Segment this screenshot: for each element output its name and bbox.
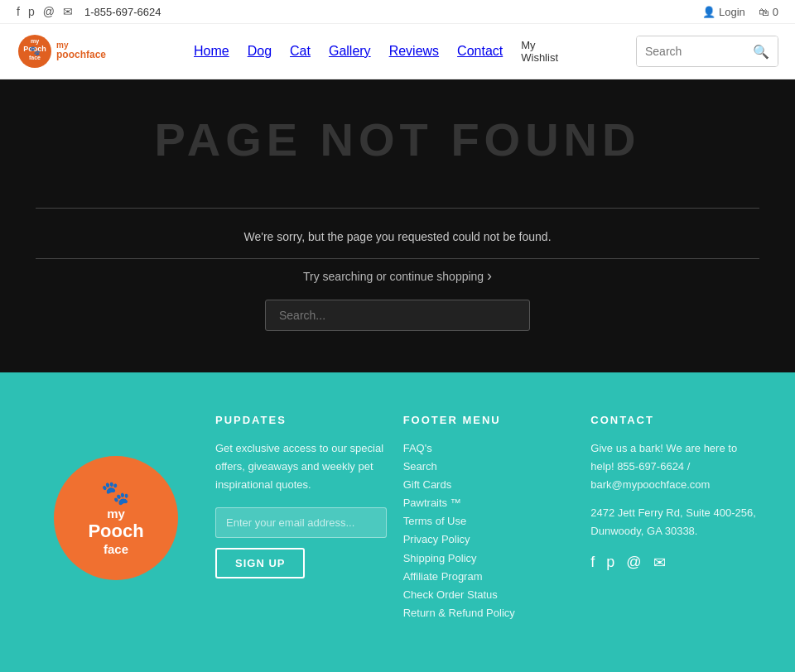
search-button[interactable]: 🔍 bbox=[744, 36, 778, 66]
email-icon[interactable]: ✉ bbox=[63, 5, 73, 18]
footer-menu-title: FOOTER MENU bbox=[403, 414, 575, 426]
site-logo[interactable]: my Pooch face 🐾 my poochface bbox=[17, 31, 116, 72]
footer-contact: CONTACT Give us a bark! We are here to h… bbox=[590, 414, 762, 622]
footer-instagram-icon[interactable]: @ bbox=[626, 554, 641, 572]
footer-pupdates: PUPDATES Get exclusive access to our spe… bbox=[215, 414, 387, 622]
footer-menu: FOOTER MENU FAQ'sSearchGift CardsPawtrai… bbox=[403, 414, 575, 622]
search-box: 🔍 bbox=[636, 36, 778, 67]
footer-logo-paw: 🐾 bbox=[88, 479, 143, 506]
footer-logo-my: my bbox=[88, 506, 143, 521]
footer-link-item[interactable]: Search bbox=[403, 458, 575, 476]
not-found-title: PAGE NOT FOUND bbox=[155, 113, 641, 166]
contact-address: 2472 Jett Ferry Rd, Suite 400-256, Dunwo… bbox=[590, 504, 762, 540]
not-found-sub: Try searching or continue shopping › bbox=[303, 267, 492, 285]
footer-link-item[interactable]: FAQ's bbox=[403, 439, 575, 458]
footer-link-item[interactable]: Shipping Policy bbox=[403, 550, 575, 568]
svg-text:poochface: poochface bbox=[56, 49, 106, 60]
nav-reviews[interactable]: Reviews bbox=[389, 44, 439, 59]
footer-links: FAQ'sSearchGift CardsPawtraits ™Terms of… bbox=[403, 439, 575, 622]
wishlist-label: MyWishlist bbox=[521, 39, 558, 64]
phone-number[interactable]: 1-855-697-6624 bbox=[84, 6, 161, 18]
nav-wishlist[interactable]: MyWishlist bbox=[521, 39, 558, 64]
footer-link-item[interactable]: Terms of Use bbox=[403, 512, 575, 530]
footer-pinterest-icon[interactable]: p bbox=[606, 554, 614, 572]
login-label: Login bbox=[719, 6, 745, 18]
footer-link-item[interactable]: Return & Refund Policy bbox=[403, 604, 575, 622]
pinterest-icon[interactable]: p bbox=[28, 5, 35, 18]
pupdates-desc: Get exclusive access to our special offe… bbox=[215, 439, 387, 494]
footer-facebook-icon[interactable]: f bbox=[590, 554, 595, 572]
footer-link-item[interactable]: Gift Cards bbox=[403, 476, 575, 494]
footer-grid: 🐾 my Pooch face PUPDATES Get exclusive a… bbox=[33, 414, 762, 622]
footer-logo-pooch: Pooch bbox=[88, 521, 143, 542]
top-bar-left: f p @ ✉ 1-855-697-6624 bbox=[17, 5, 161, 18]
nav-contact[interactable]: Contact bbox=[457, 44, 503, 59]
instagram-icon[interactable]: @ bbox=[43, 5, 55, 18]
footer-mail-icon[interactable]: ✉ bbox=[653, 554, 666, 572]
search-input-404[interactable] bbox=[265, 300, 530, 331]
social-icons: f p @ ✉ bbox=[17, 5, 73, 18]
cart-icon[interactable]: 🛍 0 bbox=[759, 6, 778, 18]
signup-button[interactable]: SIGN UP bbox=[215, 548, 305, 578]
not-found-section: PAGE NOT FOUND We're sorry, but the page… bbox=[0, 79, 795, 372]
svg-text:my: my bbox=[31, 38, 39, 45]
svg-text:face: face bbox=[29, 55, 41, 60]
cart-count: 0 bbox=[773, 6, 778, 18]
nav-home[interactable]: Home bbox=[194, 44, 229, 59]
not-found-arrow: › bbox=[487, 267, 492, 284]
login-link[interactable]: 👤 Login bbox=[702, 6, 745, 18]
main-nav: Home Dog Cat Gallery Reviews Contact MyW… bbox=[194, 39, 558, 64]
top-bar: f p @ ✉ 1-855-697-6624 👤 Login 🛍 0 bbox=[0, 0, 795, 24]
nav-cat[interactable]: Cat bbox=[290, 44, 311, 59]
divider-top bbox=[36, 208, 759, 209]
footer-link-item[interactable]: Pawtraits ™ bbox=[403, 494, 575, 512]
footer-logo-circle: 🐾 my Pooch face bbox=[54, 456, 178, 580]
footer-link-item[interactable]: Privacy Policy bbox=[403, 530, 575, 549]
footer: 🐾 my Pooch face PUPDATES Get exclusive a… bbox=[0, 372, 795, 672]
divider-bottom bbox=[36, 258, 759, 259]
contact-title: CONTACT bbox=[590, 414, 762, 426]
top-bar-right: 👤 Login 🛍 0 bbox=[702, 6, 778, 18]
svg-text:🐾: 🐾 bbox=[29, 45, 41, 56]
not-found-sub-text: Try searching or continue shopping bbox=[303, 270, 484, 283]
search-input[interactable] bbox=[637, 36, 744, 66]
cart-bag-icon: 🛍 bbox=[759, 6, 769, 18]
navbar: my Pooch face 🐾 my poochface Home Dog Ca… bbox=[0, 24, 795, 79]
nav-dog[interactable]: Dog bbox=[248, 44, 272, 59]
search-icon: 🔍 bbox=[753, 44, 769, 60]
logo-svg: my Pooch face 🐾 my poochface bbox=[17, 31, 116, 71]
facebook-icon[interactable]: f bbox=[17, 5, 20, 18]
footer-logo: 🐾 my Pooch face bbox=[33, 414, 199, 622]
footer-link-item[interactable]: Check Order Status bbox=[403, 586, 575, 604]
not-found-message: We're sorry, but the page you requested … bbox=[243, 230, 551, 243]
pupdates-title: PUPDATES bbox=[215, 414, 387, 426]
footer-logo-face: face bbox=[88, 542, 143, 556]
email-input[interactable] bbox=[215, 507, 387, 538]
contact-text: Give us a bark! We are here to help! 855… bbox=[590, 439, 762, 494]
footer-link-item[interactable]: Affiliate Program bbox=[403, 568, 575, 586]
social-footer-icons: f p @ ✉ bbox=[590, 554, 762, 572]
user-icon: 👤 bbox=[702, 6, 716, 18]
nav-gallery[interactable]: Gallery bbox=[329, 44, 371, 59]
